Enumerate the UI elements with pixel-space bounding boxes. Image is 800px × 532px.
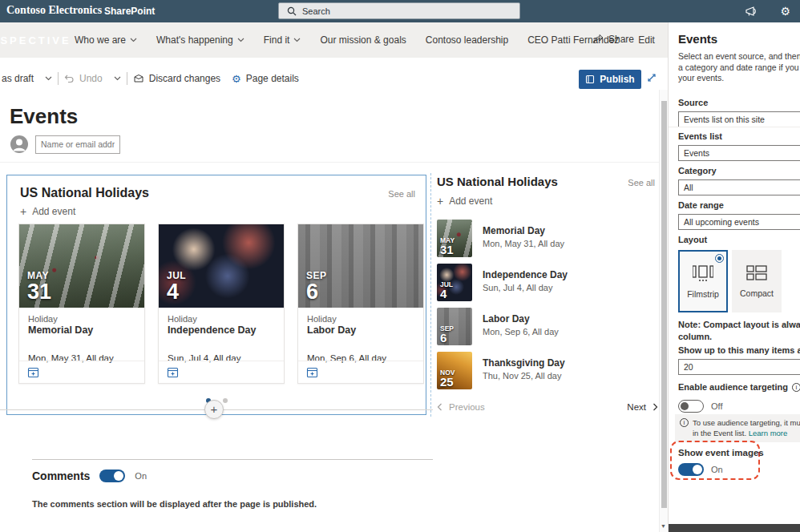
event-title: Thanksgiving Day: [483, 357, 565, 369]
category-label: Category: [678, 166, 800, 175]
events-list-label: Events list: [678, 131, 800, 141]
layout-option-compact[interactable]: Compact: [732, 250, 782, 312]
undo-options-chevron[interactable]: [108, 67, 127, 90]
event-category: Holiday: [168, 314, 275, 324]
event-thumbnail: JUL4: [437, 264, 472, 301]
page-details-gear-icon: ⚙: [232, 73, 241, 85]
source-label: Source: [678, 98, 800, 107]
nav-our-mission[interactable]: Our mission & goals: [320, 34, 406, 46]
event-list-item[interactable]: MAY31 Memorial DayMon, May 31, All day: [437, 220, 658, 257]
discard-icon: [133, 74, 144, 83]
chevron-down-icon: [237, 38, 244, 42]
layout-option-label: Filmstrip: [687, 289, 719, 299]
add-section-button[interactable]: +: [204, 400, 224, 419]
share-icon: [593, 34, 604, 44]
event-card[interactable]: JUL4 Holiday Independence Day Sun, Jul 4…: [158, 224, 285, 384]
add-to-calendar-icon[interactable]: [27, 366, 39, 378]
event-date: Thu, Nov 25, All day: [483, 371, 565, 381]
add-to-calendar-icon[interactable]: [306, 366, 318, 378]
layout-option-filmstrip[interactable]: Filmstrip: [678, 250, 728, 312]
chevron-down-icon: [130, 38, 137, 42]
audience-targeting-toggle[interactable]: [678, 400, 704, 413]
radio-selected-icon: [715, 254, 724, 263]
event-category: Holiday: [307, 314, 414, 324]
avatar: [10, 135, 29, 154]
suite-bar: Contoso Electronics SharePoint Search ⚙: [0, 0, 800, 22]
add-to-calendar-icon[interactable]: [167, 366, 179, 378]
nav-find-it[interactable]: Find it: [264, 34, 301, 46]
layout-note: Note: Compact layout is always used colu…: [678, 319, 800, 343]
date-range-dropdown[interactable]: All upcoming events: [678, 214, 800, 230]
date-range-label: Date range: [678, 200, 800, 210]
event-category: Holiday: [28, 314, 135, 324]
add-event-button[interactable]: + Add event: [20, 206, 75, 217]
audience-info-message: i To use audience targeting, it must be …: [675, 414, 800, 442]
info-icon: i: [680, 418, 689, 427]
chevron-down-icon: [293, 38, 301, 42]
page-canvas: Events US National Holidays See all + Ad…: [0, 90, 659, 532]
expand-panel-icon[interactable]: [646, 72, 657, 83]
previous-button[interactable]: Previous: [437, 402, 485, 412]
event-list-item[interactable]: SEP6 Labor DayMon, Sep 6, All day: [437, 308, 658, 345]
nav-edit-link[interactable]: Edit: [638, 34, 655, 46]
see-all-link[interactable]: See all: [628, 178, 655, 187]
nav-whats-happening[interactable]: What's happening: [156, 34, 244, 46]
event-card[interactable]: SEP6 Holiday Labor Day Mon, Sep 6, All d…: [297, 224, 424, 384]
undo-button[interactable]: Undo: [59, 67, 108, 90]
plus-icon: +: [437, 195, 443, 207]
event-title: Independence Day: [483, 269, 568, 280]
compact-layout-icon: [746, 265, 767, 281]
brand-logo[interactable]: Contoso Electronics: [6, 4, 102, 17]
author-name-input[interactable]: [35, 135, 120, 154]
scrollbar-thumb[interactable]: [661, 101, 667, 508]
info-icon[interactable]: i: [792, 383, 800, 392]
webpart-settings-panel: Events Select an event source, and then …: [668, 22, 800, 532]
event-title: Labor Day: [307, 324, 414, 336]
audience-toggle-state: Off: [711, 401, 722, 411]
event-date: Sun, Jul 4, All day: [483, 283, 568, 292]
search-icon: [287, 6, 297, 16]
audience-targeting-label: Enable audience targeting: [678, 382, 788, 392]
share-button[interactable]: Share: [593, 34, 634, 45]
event-title: Independence Day: [168, 324, 275, 336]
nav-who-we-are[interactable]: Who we are: [75, 34, 137, 46]
event-thumbnail: MAY31: [437, 220, 472, 257]
events-webpart-compact[interactable]: US National Holidays See all + Add event…: [437, 175, 658, 412]
pagination-dot[interactable]: [223, 398, 228, 403]
layout-option-label: Compact: [740, 288, 774, 298]
events-list-dropdown[interactable]: Events: [678, 145, 800, 161]
event-thumbnail: SEP6: [437, 308, 472, 345]
vertical-scrollbar[interactable]: ▼: [659, 90, 668, 532]
add-event-button[interactable]: + Add event: [437, 195, 658, 207]
horizontal-scrollbar[interactable]: [669, 524, 800, 532]
megaphone-icon[interactable]: [745, 6, 759, 17]
publish-button[interactable]: Publish: [579, 70, 641, 89]
plus-icon: +: [20, 206, 26, 217]
learn-more-link[interactable]: Learn more: [749, 429, 788, 437]
category-dropdown[interactable]: All: [678, 179, 800, 195]
nav-contoso-leadership[interactable]: Contoso leadership: [426, 34, 508, 46]
show-event-images-toggle[interactable]: [678, 463, 704, 476]
settings-gear-icon[interactable]: ⚙: [780, 5, 790, 18]
show-images-toggle-state: On: [711, 465, 723, 474]
search-input[interactable]: Search: [278, 2, 520, 19]
events-webpart-filmstrip[interactable]: US National Holidays See all + Add event…: [6, 175, 426, 415]
panel-description: Select an event source, and then you c a…: [678, 51, 800, 84]
event-thumbnail: NOV25: [437, 352, 472, 389]
event-title: Memorial Day: [483, 225, 564, 236]
sharepoint-home-link[interactable]: SharePoint: [104, 6, 155, 17]
source-dropdown[interactable]: Events list on this site: [678, 111, 800, 127]
discard-changes-button[interactable]: Discard changes: [127, 67, 226, 90]
items-count-input[interactable]: 20: [678, 359, 800, 375]
save-options-chevron[interactable]: [39, 67, 58, 90]
page-details-button[interactable]: ⚙ Page details: [226, 67, 305, 90]
items-count-label: Show up to this many items at a time: [678, 345, 800, 355]
scroll-down-arrow[interactable]: ▼: [661, 523, 666, 529]
next-button[interactable]: Next: [627, 402, 658, 412]
undo-icon: [64, 75, 75, 83]
see-all-link[interactable]: See all: [388, 189, 415, 199]
event-list-item[interactable]: NOV25 Thanksgiving DayThu, Nov 25, All d…: [437, 352, 658, 389]
comments-toggle[interactable]: [99, 470, 125, 482]
event-list-item[interactable]: JUL4 Independence DaySun, Jul 4, All day: [437, 264, 658, 301]
event-card[interactable]: MAY31 Holiday Memorial Day Mon, May 31, …: [18, 224, 145, 384]
